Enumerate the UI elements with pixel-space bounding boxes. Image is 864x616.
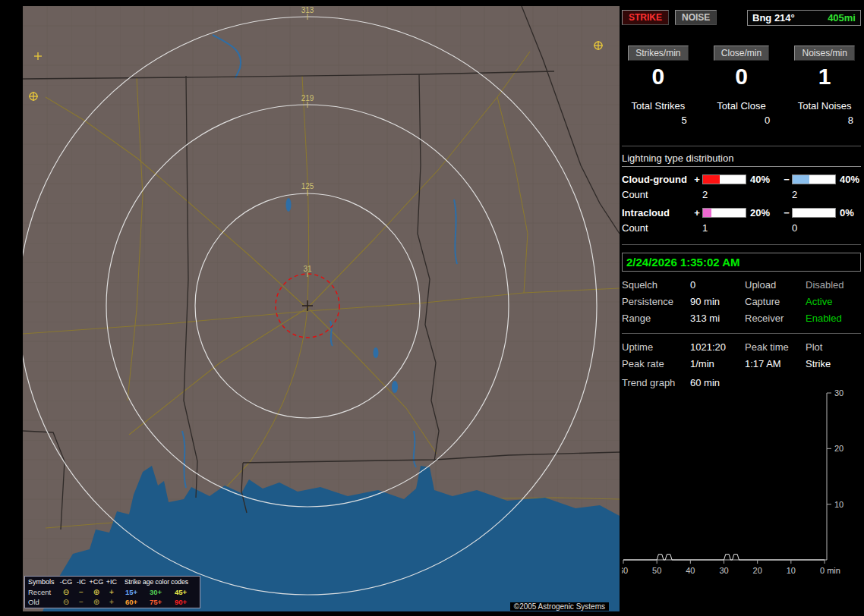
total-strikes-value: 5 xyxy=(622,115,695,126)
receiver-label: Receiver xyxy=(745,313,806,324)
legend-col-neg-cg: -CG xyxy=(58,577,74,587)
age-code-60: 60+ xyxy=(119,597,143,607)
minus-sign: − xyxy=(781,207,792,218)
cg-positive-pct: 40% xyxy=(746,174,781,185)
ic-count-label: Count xyxy=(622,222,692,234)
total-close-value: 0 xyxy=(705,115,778,126)
peak-rate-label: Peak rate xyxy=(622,358,690,369)
pos-ic-old-icon: + xyxy=(104,597,119,607)
status-panel: STRIKE NOISE Bng 214° 405mi Strikes/min … xyxy=(622,9,861,578)
ring-label-31: 31 xyxy=(303,265,312,273)
pos-cg-recent-icon: ⊕ xyxy=(89,587,104,597)
minus-sign: − xyxy=(781,174,792,185)
legend-symbols-header: Symbols xyxy=(27,577,58,587)
ring-label-313: 313 xyxy=(301,6,314,14)
ring-label-125: 125 xyxy=(301,182,314,190)
svg-text:30: 30 xyxy=(719,566,728,575)
trend-graph-plot: 6050403020100 min302010 xyxy=(622,390,850,578)
total-noises-value: 8 xyxy=(788,115,861,126)
peak-time-value: 1:17 AM xyxy=(745,358,806,369)
ic-positive-pct: 20% xyxy=(746,207,781,218)
divider xyxy=(622,244,861,245)
clock-readout: 2/24/2026 1:35:02 AM xyxy=(622,253,861,272)
svg-text:40: 40 xyxy=(686,566,695,575)
upload-status: Disabled xyxy=(806,279,861,291)
trend-graph: 6050403020100 min302010 xyxy=(622,390,861,578)
cg-count-label: Count xyxy=(622,189,692,200)
pos-cg-old-icon: ⊕ xyxy=(89,597,104,607)
legend-age-title: Strike age color codes xyxy=(119,577,194,587)
age-code-90: 90+ xyxy=(168,597,194,607)
distance-value: 405mi xyxy=(828,12,856,24)
legend-col-pos-cg: +CG xyxy=(89,577,104,587)
cg-negative-pct: 40% xyxy=(836,174,863,185)
close-per-min-value: 0 xyxy=(705,64,778,90)
cg-negative-bar xyxy=(792,174,836,184)
neg-cg-recent-icon: ⊖ xyxy=(58,587,74,597)
total-strikes-label: Total Strikes xyxy=(622,100,695,112)
plot-value: Strike xyxy=(806,358,861,369)
close-per-min-chip: Close/min xyxy=(714,46,769,61)
peak-rate-value: 1/min xyxy=(690,358,745,369)
cg-positive-bar xyxy=(702,174,746,184)
cg-positive-count: 2 xyxy=(702,189,746,200)
ic-positive-bar xyxy=(702,208,746,218)
capture-status: Active xyxy=(806,296,861,307)
neg-ic-old-icon: − xyxy=(74,597,89,607)
noise-toggle-button[interactable]: NOISE xyxy=(675,10,717,25)
total-noises-label: Total Noises xyxy=(788,100,861,112)
svg-text:20: 20 xyxy=(753,566,762,575)
range-value: 313 mi xyxy=(690,313,745,324)
upload-label: Upload xyxy=(745,279,806,291)
trend-window-value: 60 min xyxy=(690,377,861,388)
strike-toggle-button[interactable]: STRIKE xyxy=(622,10,669,25)
svg-text:20: 20 xyxy=(834,444,844,453)
squelch-label: Squelch xyxy=(622,279,690,291)
range-label: Range xyxy=(622,313,690,324)
receiver-status: Enabled xyxy=(806,313,861,324)
persistence-label: Persistence xyxy=(622,296,690,307)
ic-positive-count: 1 xyxy=(702,222,746,234)
age-code-30: 30+ xyxy=(143,587,168,597)
plus-sign: + xyxy=(692,207,702,218)
plus-sign: + xyxy=(692,174,702,185)
map-area[interactable]: 313 219 125 31 xyxy=(23,6,620,611)
map-legend: Symbols -CG -IC +CG +IC Strike age color… xyxy=(24,576,200,608)
plot-label: Plot xyxy=(806,341,861,353)
capture-label: Capture xyxy=(745,296,806,307)
total-close-label: Total Close xyxy=(705,100,778,112)
bearing-value: Bng 214° xyxy=(752,12,795,24)
svg-text:10: 10 xyxy=(834,500,844,509)
uptime-label: Uptime xyxy=(622,341,690,353)
peak-time-label: Peak time xyxy=(745,341,806,353)
copyright-text: ©2005 Astrogenic Systems xyxy=(510,602,609,611)
trend-graph-label: Trend graph xyxy=(622,377,690,388)
uptime-value: 1021:20 xyxy=(690,341,745,353)
legend-col-neg-ic: -IC xyxy=(74,577,89,587)
noises-per-min-value: 1 xyxy=(788,64,861,90)
distribution-title: Lightning type distribution xyxy=(622,152,861,167)
svg-text:10: 10 xyxy=(787,566,796,575)
lightning-monitor-app: 313 219 125 31 xyxy=(0,0,864,616)
pos-ic-recent-icon: + xyxy=(104,587,119,597)
ic-negative-pct: 0% xyxy=(836,207,863,218)
intracloud-label: Intracloud xyxy=(622,207,692,218)
svg-text:30: 30 xyxy=(834,390,844,398)
ring-label-219: 219 xyxy=(301,94,314,102)
noises-per-min-chip: Noises/min xyxy=(794,46,854,61)
cloud-ground-label: Cloud-ground xyxy=(622,174,692,185)
legend-row-recent-label: Recent xyxy=(27,587,58,597)
squelch-value: 0 xyxy=(690,279,745,291)
neg-ic-recent-icon: − xyxy=(74,587,89,597)
legend-col-pos-ic: +IC xyxy=(104,577,119,587)
strikes-per-min-chip: Strikes/min xyxy=(628,46,688,61)
legend-row-old-label: Old xyxy=(27,597,58,607)
ic-negative-bar xyxy=(792,208,836,218)
divider xyxy=(622,333,861,334)
age-code-45: 45+ xyxy=(168,587,194,597)
age-code-75: 75+ xyxy=(143,597,168,607)
divider xyxy=(622,146,861,146)
persistence-value: 90 min xyxy=(690,296,745,307)
map-canvas: 313 219 125 31 xyxy=(23,6,620,611)
svg-text:0 min: 0 min xyxy=(820,566,840,575)
